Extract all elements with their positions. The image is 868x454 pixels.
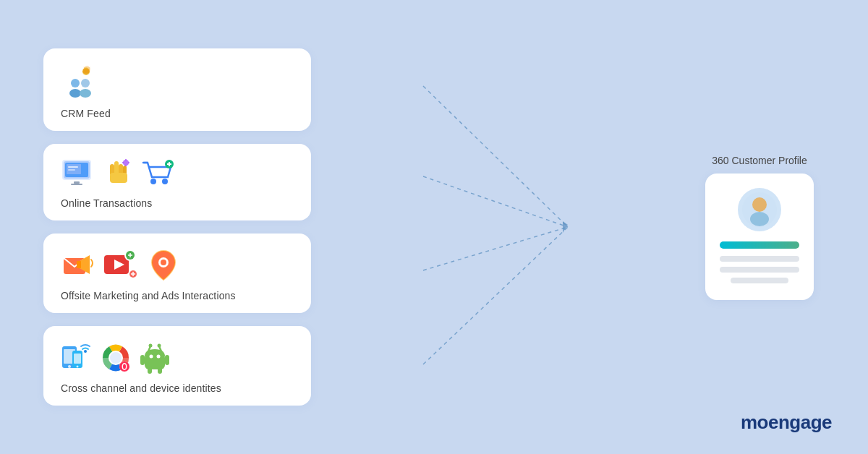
channel-icons bbox=[61, 340, 171, 375]
profile-title: 360 Customer Profile bbox=[712, 155, 807, 166]
moengage-logo: moengage bbox=[741, 411, 832, 434]
crm-feed-label: CRM Feed bbox=[61, 108, 111, 119]
touch-icon bbox=[103, 158, 133, 190]
connector-svg bbox=[311, 39, 694, 415]
svg-point-46 bbox=[68, 365, 71, 368]
svg-line-73 bbox=[423, 227, 568, 364]
svg-point-49 bbox=[77, 366, 79, 368]
profile-progress-bar bbox=[720, 241, 799, 249]
svg-point-58 bbox=[123, 364, 126, 369]
crm-feed-card: CRM Feed bbox=[43, 48, 311, 131]
svg-rect-63 bbox=[158, 367, 162, 374]
svg-point-54 bbox=[110, 352, 122, 364]
svg-point-66 bbox=[149, 344, 153, 348]
svg-rect-62 bbox=[148, 367, 152, 374]
svg-point-77 bbox=[742, 192, 777, 227]
mobile-icon bbox=[61, 340, 93, 375]
svg-point-27 bbox=[162, 179, 168, 184]
svg-point-20 bbox=[123, 160, 129, 166]
online-transactions-card: Online Transactions bbox=[43, 144, 311, 220]
svg-line-70 bbox=[423, 86, 568, 227]
svg-rect-12 bbox=[68, 169, 75, 171]
offsite-marketing-card: Offsite Marketing and Ads Interactions bbox=[43, 234, 311, 313]
profile-line-1 bbox=[720, 256, 799, 262]
online-transactions-label: Online Transactions bbox=[61, 197, 152, 209]
svg-point-4 bbox=[81, 79, 90, 87]
svg-point-69 bbox=[157, 355, 161, 359]
svg-line-72 bbox=[423, 227, 568, 270]
transaction-icons bbox=[61, 158, 175, 190]
svg-point-5 bbox=[80, 89, 91, 98]
svg-point-50 bbox=[84, 350, 87, 353]
svg-point-2 bbox=[71, 79, 80, 87]
email-icon bbox=[61, 248, 95, 283]
android-icon bbox=[139, 340, 171, 375]
svg-point-67 bbox=[158, 344, 161, 348]
main-container: CRM Feed bbox=[0, 0, 868, 454]
profile-card bbox=[705, 174, 814, 300]
svg-rect-25 bbox=[143, 161, 148, 164]
svg-rect-32 bbox=[77, 261, 81, 268]
svg-line-71 bbox=[423, 176, 568, 227]
svg-point-43 bbox=[161, 260, 166, 265]
svg-rect-13 bbox=[74, 181, 80, 184]
offsite-marketing-label: Offsite Marketing and Ads Interactions bbox=[61, 290, 236, 301]
cross-channel-label: Cross channel and device identites bbox=[61, 382, 221, 394]
svg-rect-48 bbox=[74, 354, 81, 364]
svg-point-3 bbox=[69, 89, 81, 98]
svg-rect-61 bbox=[165, 355, 169, 365]
svg-rect-14 bbox=[71, 184, 82, 185]
crm-icons bbox=[61, 63, 111, 100]
avatar bbox=[738, 188, 781, 231]
marketing-icons bbox=[61, 248, 179, 283]
profile-section: 360 Customer Profile bbox=[694, 155, 825, 300]
svg-point-26 bbox=[150, 179, 156, 184]
svg-rect-60 bbox=[140, 355, 145, 365]
profile-line-2 bbox=[720, 267, 799, 273]
svg-point-68 bbox=[150, 355, 153, 359]
profile-line-3 bbox=[731, 278, 788, 283]
cart-icon bbox=[140, 158, 175, 190]
connector-area bbox=[311, 39, 694, 415]
svg-rect-11 bbox=[68, 166, 78, 168]
chrome-icon bbox=[100, 340, 132, 375]
svg-rect-19 bbox=[110, 173, 127, 183]
social-icon bbox=[103, 248, 140, 283]
cross-channel-card: Cross channel and device identites bbox=[43, 326, 311, 406]
crm-icon bbox=[61, 63, 111, 100]
left-cards: CRM Feed bbox=[43, 48, 311, 406]
screen-icon bbox=[61, 158, 95, 190]
location-icon bbox=[148, 248, 179, 283]
